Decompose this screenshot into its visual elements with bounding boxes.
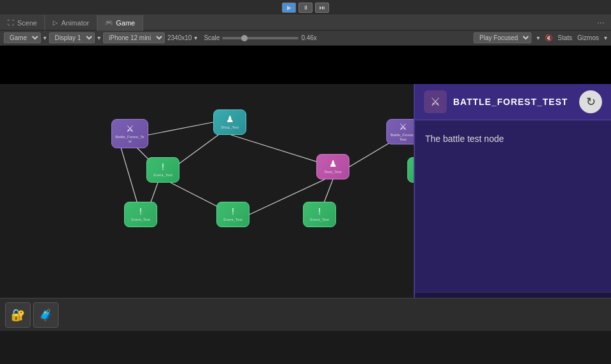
tab-scene[interactable]: ⛶ Scene — [0, 15, 45, 31]
node1-icon: ⚔ — [126, 123, 134, 134]
tab-game-label: Game — [116, 19, 135, 27]
detail-description: The battle test node — [415, 120, 611, 158]
node-rest[interactable]: ♟ Rest_Test — [316, 154, 349, 179]
node7-icon: ! — [232, 206, 234, 216]
game-icon: 🎮 — [105, 19, 113, 26]
detail-refresh-button[interactable]: ↻ — [579, 90, 602, 113]
detail-panel: ⚔ BATTLE_FOREST_TEST ↻ The battle test n… — [414, 84, 611, 331]
scale-track[interactable] — [222, 37, 298, 39]
iphone-select[interactable]: iPhone 12 mini — [103, 32, 165, 43]
node-graph[interactable]: ⚔ Battle_Forest_Test ♟ Shop_Test ! Event… — [0, 84, 414, 331]
node-battle-forest2[interactable]: ⚔ Battle_Forest_Test — [386, 119, 414, 144]
play-button[interactable]: ▶ — [282, 3, 296, 13]
bottom-icon2-button[interactable]: 🧳 — [33, 302, 59, 328]
node8-label: Event_Test — [310, 218, 329, 222]
node1-label: Battle_Forest_Test — [115, 135, 145, 144]
node4-icon: ♟ — [329, 158, 337, 169]
tab-bar: ⛶ Scene ▷ Animator 🎮 Game ⋯ — [0, 15, 611, 31]
mute-icon[interactable]: 🔇 — [545, 34, 552, 41]
tab-game[interactable]: 🎮 Game — [97, 15, 143, 31]
node7-label: Event_Test — [223, 218, 242, 222]
tab-animator[interactable]: ▷ Animator — [45, 15, 97, 31]
game-select[interactable]: Game — [4, 32, 41, 43]
tab-more-icon[interactable]: ⋯ — [591, 18, 611, 27]
black-strip — [0, 46, 611, 84]
node5-label: Battle_Forest_Test — [390, 133, 414, 142]
node-event4[interactable]: ! Event_Test — [303, 202, 336, 227]
bottom-icon1-button[interactable]: 🔐 — [5, 302, 31, 328]
detail-title: BATTLE_FOREST_TEST — [453, 97, 568, 107]
display-select[interactable]: Display 1 — [49, 32, 95, 43]
pause-button[interactable]: ⏸ — [298, 3, 313, 13]
svg-line-0 — [148, 122, 213, 135]
options-bar: Game ▾ Display 1 ▾ iPhone 12 mini 2340x1… — [0, 31, 611, 46]
options-right: Play Focused ▾ 🔇 Stats Gizmos ▾ — [474, 32, 607, 43]
detail-icon-box: ⚔ — [424, 90, 447, 113]
node-event1[interactable]: ! Event_Test — [146, 157, 179, 183]
node-battle-forest[interactable]: ⚔ Battle_Forest_Test — [111, 119, 148, 148]
play-mode-select[interactable]: Play Focused — [474, 32, 531, 43]
play-mode-dropdown: ▾ — [537, 34, 540, 41]
bag-icon: 🧳 — [39, 308, 53, 322]
node8-icon: ! — [318, 206, 321, 216]
node6-label: Event_Test — [131, 218, 150, 222]
node-partial-battle[interactable]: ⚔ — [407, 157, 414, 183]
gizmos-dropdown: ▾ — [604, 34, 607, 41]
node-shop[interactable]: ♟ Shop_Test — [213, 109, 246, 135]
scene-icon: ⛶ — [8, 19, 14, 26]
resolution-dropdown: ▾ — [194, 34, 197, 41]
scale-value: 0.46x — [301, 34, 316, 41]
detail-swords-icon: ⚔ — [430, 95, 440, 109]
node2-icon: ♟ — [226, 114, 234, 124]
node-event2[interactable]: ! Event_Test — [124, 202, 157, 227]
refresh-icon: ↻ — [586, 95, 596, 109]
connections-svg — [0, 84, 414, 331]
stats-label: Stats — [558, 34, 572, 41]
options-divider: ▾ — [43, 34, 46, 41]
lock-icon: 🔐 — [11, 308, 25, 322]
animator-icon: ▷ — [53, 19, 58, 26]
options-divider2: ▾ — [97, 34, 101, 41]
bottom-bar: 🔐 🧳 — [0, 298, 611, 331]
scale-label: Scale — [204, 34, 220, 41]
main-area: ⚔ Battle_Forest_Test ♟ Shop_Test ! Event… — [0, 46, 611, 331]
resolution-label: 2340x10 — [167, 34, 192, 41]
node3-icon: ! — [162, 162, 164, 172]
node6-icon: ! — [139, 206, 142, 216]
node3-label: Event_Test — [153, 173, 172, 178]
detail-header: ⚔ BATTLE_FOREST_TEST ↻ — [415, 84, 611, 120]
top-toolbar: ▶ ⏸ ⏭ — [0, 0, 611, 15]
node4-label: Rest_Test — [325, 170, 342, 174]
node5-icon: ⚔ — [399, 122, 407, 132]
gizmos-label: Gizmos — [577, 34, 599, 41]
step-button[interactable]: ⏭ — [315, 3, 329, 13]
node2-label: Shop_Test — [221, 125, 239, 130]
scale-thumb[interactable] — [241, 35, 248, 41]
tab-animator-label: Animator — [61, 19, 89, 27]
node-event3[interactable]: ! Event_Test — [216, 202, 249, 227]
tab-scene-label: Scene — [17, 19, 37, 27]
